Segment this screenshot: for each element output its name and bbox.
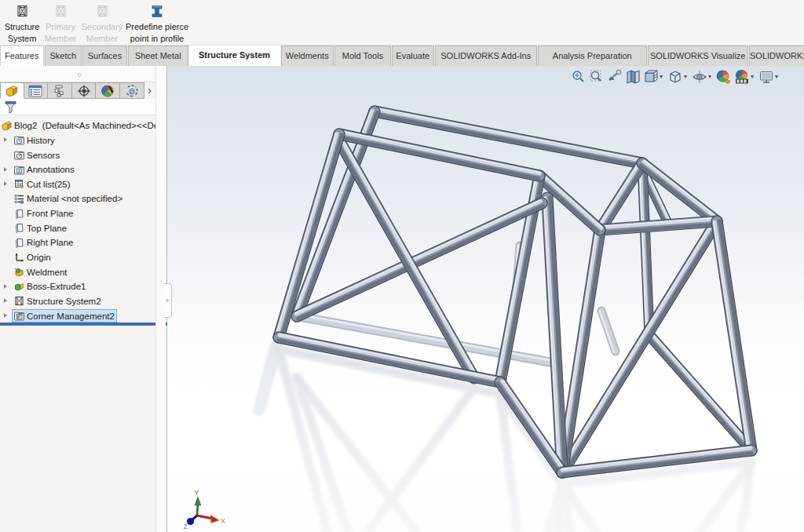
- svg-text:Y: Y: [195, 489, 199, 497]
- svg-text:Z: Z: [184, 523, 188, 530]
- svg-text:A: A: [18, 168, 21, 173]
- svg-text:X: X: [221, 517, 225, 525]
